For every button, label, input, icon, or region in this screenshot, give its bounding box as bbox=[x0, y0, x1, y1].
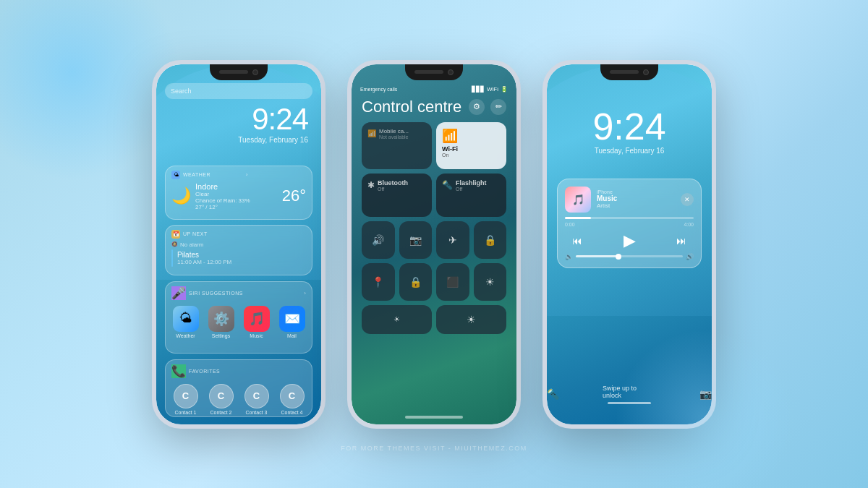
time-display: 9:24 Tuesday, February 16 bbox=[238, 104, 308, 144]
wifi-icon-large: 📶 bbox=[442, 128, 458, 144]
flashlight-icon: 🔦 bbox=[442, 180, 453, 190]
lock-icon: 🔒 bbox=[484, 234, 496, 246]
weather-label: WEATHER bbox=[183, 172, 243, 177]
siri-app-weather[interactable]: 🌤 Weather bbox=[173, 306, 199, 338]
weather-icon: 🌙 bbox=[171, 187, 191, 205]
upnext-widget[interactable]: 📅 UP NEXT No alarm Pilates 11:00 AM - 12… bbox=[165, 225, 312, 275]
lock-screen-time: 9:24 Tuesday, February 16 bbox=[547, 108, 712, 155]
speaker bbox=[219, 70, 248, 74]
cc-row-1: 📶 Mobile ca... Not available 📶 Wi-Fi On bbox=[362, 122, 506, 169]
contact-3[interactable]: C Contact 3 bbox=[244, 384, 269, 415]
contact-1[interactable]: C Contact 1 bbox=[174, 384, 198, 415]
lock-camera-icon[interactable]: 📷 bbox=[699, 388, 712, 400]
camera-tile[interactable]: 📷 bbox=[399, 221, 433, 259]
bluetooth-icon: ✱ bbox=[367, 180, 375, 190]
favorites-icon: 📞 bbox=[171, 364, 186, 378]
siri-app-music[interactable]: 🎵 Music bbox=[244, 306, 270, 338]
contact-name-4: Contact 4 bbox=[281, 410, 303, 415]
volume-low-icon: 🔈 bbox=[565, 253, 573, 260]
flashlight-label: Flashlight bbox=[456, 179, 487, 187]
sound-icon: 🔊 bbox=[372, 234, 384, 246]
weather-arrow: › bbox=[246, 172, 306, 177]
volume-bar[interactable] bbox=[576, 255, 683, 257]
screen-record-tile[interactable]: ⬛ bbox=[436, 263, 469, 301]
volume-fill bbox=[576, 255, 618, 257]
weather-widget[interactable]: 🌤 WEATHER › 🌙 Indore Clear Chance of Rai… bbox=[165, 166, 312, 220]
brightness-up-tile[interactable]: ☀ bbox=[436, 305, 506, 334]
wifi-tile[interactable]: 📶 Wi-Fi On bbox=[436, 122, 506, 169]
brightness-tile[interactable]: ☀ bbox=[474, 263, 507, 301]
music-artwork: 🎵 bbox=[565, 187, 591, 213]
speaker-3 bbox=[610, 70, 639, 74]
bluetooth-tile[interactable]: ✱ Bluetooth Off bbox=[362, 174, 432, 217]
cc-row-3: 🔊 📷 ✈ 🔒 bbox=[362, 221, 506, 259]
location-tile[interactable]: 📍 bbox=[362, 263, 395, 301]
bluetooth-label: Bluetooth bbox=[378, 179, 408, 187]
mail-app-icon: ✉️ bbox=[279, 306, 305, 332]
screen-record-icon: ⬛ bbox=[446, 276, 459, 288]
contact-2[interactable]: C Contact 2 bbox=[209, 384, 234, 415]
siri-label: SIRI SUGGESTIONS bbox=[189, 291, 301, 296]
play-button[interactable]: ▶ bbox=[624, 231, 636, 250]
cc-grid: 📶 Mobile ca... Not available 📶 Wi-Fi On bbox=[362, 122, 506, 338]
weather-rain: Chance of Rain: 33% bbox=[195, 197, 278, 204]
favorites-widget: 📞 FAVORITES C Contact 1 C Contact 2 C Co… bbox=[165, 359, 312, 417]
mobile-sub: Not available bbox=[379, 134, 409, 140]
weather-app-icon: 🌤 bbox=[173, 306, 199, 332]
settings-app-label: Settings bbox=[212, 333, 230, 338]
weather-range: 27° / 12° bbox=[195, 204, 278, 210]
lock-tile[interactable]: 🔒 bbox=[474, 221, 507, 259]
airplane-icon: ✈ bbox=[448, 234, 457, 246]
lock-flashlight-icon[interactable]: 🔦 bbox=[547, 388, 559, 400]
search-bar[interactable]: Search bbox=[165, 83, 312, 99]
music-title: Music bbox=[597, 194, 675, 202]
siri-app-settings[interactable]: ⚙️ Settings bbox=[208, 306, 234, 338]
music-app-label: Music bbox=[250, 333, 263, 338]
edit-button[interactable]: ✏ bbox=[490, 99, 506, 115]
screen-lock-tile[interactable]: 🔒 bbox=[399, 263, 433, 301]
music-close-button[interactable]: ✕ bbox=[681, 193, 694, 206]
control-centre-status-bar: Emergency calls ▊▊▊ WiFi 🔋 bbox=[360, 85, 508, 95]
contact-4[interactable]: C Contact 4 bbox=[280, 384, 305, 415]
location-icon: 📍 bbox=[372, 276, 384, 288]
prev-button[interactable]: ⏮ bbox=[572, 235, 582, 247]
camera-2 bbox=[448, 69, 454, 75]
siri-app-mail[interactable]: ✉️ Mail bbox=[279, 306, 305, 338]
upnext-label: UP NEXT bbox=[183, 231, 306, 236]
phone-2-control-centre: Emergency calls ▊▊▊ WiFi 🔋 Control centr… bbox=[347, 60, 521, 429]
siri-icon: 🎤 bbox=[171, 286, 186, 300]
notch-2 bbox=[405, 64, 463, 80]
cc-row-5: ☀ ☀ bbox=[362, 305, 506, 334]
contact-name-2: Contact 2 bbox=[210, 410, 232, 415]
settings-button[interactable]: ⚙ bbox=[469, 99, 485, 115]
control-centre-title-row: Control centre ⚙ ✏ bbox=[362, 98, 506, 116]
weather-city: Indore bbox=[195, 182, 278, 191]
volume-knob[interactable] bbox=[616, 254, 621, 260]
sound-tile[interactable]: 🔊 bbox=[362, 221, 395, 259]
cc-row-2: ✱ Bluetooth Off 🔦 Flashlight bbox=[362, 174, 506, 217]
brightness-down-tile[interactable]: ☀ bbox=[362, 305, 432, 334]
flashlight-tile[interactable]: 🔦 Flashlight Off bbox=[436, 174, 506, 217]
music-progress-bar[interactable] bbox=[565, 217, 694, 219]
weather-temp: 26° bbox=[282, 187, 306, 205]
mobile-icon: 📶 bbox=[367, 129, 376, 137]
contact-avatar-1: C bbox=[174, 384, 198, 408]
swipe-to-unlock: Swipe up to unlock bbox=[603, 385, 656, 399]
upnext-icon: 📅 bbox=[171, 230, 180, 239]
cc-row-4: 📍 🔒 ⬛ ☀ bbox=[362, 263, 506, 301]
contact-avatar-2: C bbox=[209, 384, 234, 408]
camera bbox=[252, 69, 258, 75]
phone-1-home-screen: Search 9:24 Tuesday, February 16 🌤 WEATH… bbox=[152, 60, 326, 429]
lock-date: Tuesday, February 16 bbox=[547, 147, 712, 155]
next-button[interactable]: ⏭ bbox=[676, 235, 686, 247]
weather-app-label: Weather bbox=[176, 333, 195, 338]
music-time-current: 0:00 bbox=[565, 222, 575, 227]
emergency-calls: Emergency calls bbox=[360, 87, 397, 92]
screen-lock-icon: 🔒 bbox=[409, 276, 422, 288]
favorites-label: FAVORITES bbox=[189, 369, 306, 374]
mobile-tile[interactable]: 📶 Mobile ca... Not available bbox=[362, 122, 432, 169]
home-indicator-2[interactable] bbox=[405, 416, 463, 419]
bluetooth-sub: Off bbox=[378, 187, 408, 192]
volume-slider[interactable]: 🔈 🔊 bbox=[565, 253, 694, 260]
airplane-tile[interactable]: ✈ bbox=[436, 221, 469, 259]
